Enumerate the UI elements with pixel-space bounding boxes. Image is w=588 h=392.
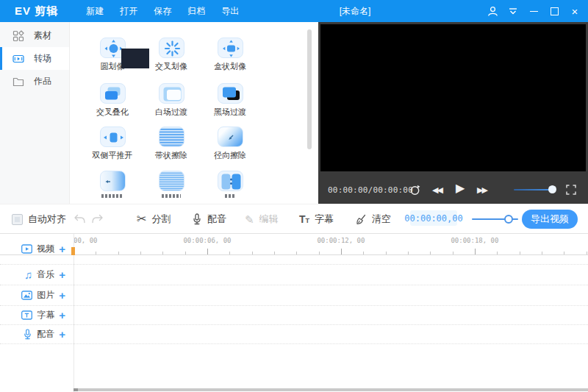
track-content[interactable] (74, 306, 588, 324)
track-label-cell: 字幕+ (0, 306, 74, 324)
dub-button[interactable]: 配音 (192, 204, 226, 234)
split-button[interactable]: ✂ 分割 (137, 204, 171, 234)
auto-align-checkbox[interactable] (12, 214, 23, 225)
track-content[interactable] (74, 325, 588, 343)
text-icon: TT (299, 213, 309, 225)
ruler-tick (185, 252, 186, 254)
subtitle-button[interactable]: TT 字幕 (299, 204, 334, 234)
maximize-icon[interactable] (548, 5, 560, 17)
transition-tile-split-open[interactable] (218, 171, 243, 191)
ruler-label: 00:00:06, 00 (183, 237, 231, 244)
titlebar: EV 剪辑 新建打开保存归档导出 [未命名] × (0, 0, 588, 22)
horizontal-scrollbar[interactable] (74, 388, 588, 391)
edit-button[interactable]: ✎ 编辑 (245, 204, 279, 234)
volume-knob[interactable] (548, 185, 556, 193)
clear-label: 清空 (372, 213, 391, 226)
ruler-tick (140, 252, 141, 254)
track-content[interactable] (74, 285, 588, 305)
minimize-icon[interactable] (528, 5, 539, 17)
transition-tile-box-wipe[interactable] (218, 38, 243, 58)
auto-align-toggle[interactable]: 自动对齐 (12, 204, 66, 234)
menu-item[interactable]: 归档 (187, 5, 205, 18)
menu-item[interactable]: 导出 (221, 5, 239, 18)
menu-item[interactable]: 新建 (86, 5, 104, 18)
transition-tile-band-wipe[interactable] (159, 126, 184, 147)
undo-button[interactable] (74, 204, 86, 234)
split-label: 分割 (151, 213, 171, 226)
preview-area: 00:00:00/00:00:00 ◀◀ ▶ ▶▶ (318, 22, 588, 204)
export-video-button[interactable]: 导出视频 (522, 210, 578, 229)
transition-tile-cross-wipe[interactable] (159, 38, 184, 58)
transition-tile-blinds[interactable] (159, 171, 184, 191)
track-column-divider (74, 234, 74, 392)
playhead[interactable] (71, 247, 75, 255)
transition-tile-radial-wipe[interactable] (218, 126, 243, 147)
transition-label: 双侧平推开 (93, 150, 133, 161)
track-content[interactable] (74, 265, 588, 285)
transition-icon (12, 53, 24, 65)
menu-item[interactable]: 打开 (120, 5, 137, 18)
ruler-tick (408, 252, 409, 254)
play-icon[interactable]: ▶ (456, 182, 465, 194)
ruler-tick (96, 252, 96, 254)
sidebar-item-label: 作品 (34, 75, 51, 88)
sidebar: 素材转场作品 (0, 22, 70, 204)
grid-icon (12, 30, 24, 42)
scissors-icon: ✂ (137, 213, 146, 225)
fast-forward-icon[interactable]: ▶▶ (477, 186, 487, 194)
add-subtitle-button[interactable]: + (59, 310, 65, 321)
menu-item[interactable]: 保存 (154, 5, 171, 18)
transition-tile-cross-dissolve[interactable] (100, 83, 126, 104)
transitions-panel: 圆划像交叉划像盒状划像交叉叠化白场过渡黑场过渡双侧平推开带状擦除径向擦除 (70, 22, 318, 204)
transitions-scrollbar[interactable] (307, 29, 312, 149)
ruler-tick (475, 249, 476, 254)
subtitle-icon (21, 310, 32, 321)
track-label-cell: 配音+ (0, 325, 74, 343)
track-row: 配音+ (0, 325, 588, 344)
transition-tile-white-fade[interactable] (159, 83, 184, 104)
document-title: [未命名] (340, 5, 371, 18)
ruler-tick (229, 252, 230, 254)
clear-button[interactable]: 清空 (355, 204, 391, 234)
add-picture-button[interactable]: + (59, 290, 65, 301)
redo-button[interactable] (91, 204, 104, 234)
clipped-transition-label (101, 194, 123, 198)
ruler-tick (363, 252, 364, 254)
subtitle-label: 字幕 (315, 213, 334, 226)
track-row: ♫音乐+ (0, 265, 588, 285)
ruler-tick (453, 252, 453, 254)
sidebar-item[interactable]: 作品 (0, 70, 69, 93)
transition-label: 交叉叠化 (96, 107, 129, 118)
add-music-button[interactable]: + (59, 269, 65, 280)
ruler-tick (252, 252, 253, 254)
ruler-tick (162, 252, 163, 254)
zoom-slider-knob[interactable] (504, 215, 513, 224)
timeline-ruler[interactable]: 00:00:00, 0000:00:06, 0000:00:12, 0000:0… (0, 234, 588, 255)
transition-tile-push-left[interactable] (100, 171, 126, 191)
close-icon[interactable]: × (569, 5, 581, 17)
sidebar-item[interactable]: 转场 (0, 47, 69, 70)
dropdown-icon[interactable] (507, 5, 519, 17)
edit-toolbar: 自动对齐 ✂ 分割 (0, 204, 588, 234)
transition-tile-push-open[interactable] (100, 126, 126, 147)
replay-icon[interactable] (409, 185, 420, 198)
dark-overlay (121, 49, 149, 68)
track-label: 字幕 (37, 309, 54, 321)
add-mic-button[interactable]: + (59, 329, 65, 340)
timecode-box[interactable]: 00:00:00,00 (410, 210, 457, 226)
folder-icon (12, 76, 24, 88)
sidebar-item-label: 素材 (34, 29, 51, 42)
transition-tile-black-fade[interactable] (218, 83, 243, 104)
horizontal-scrollbar-nub (74, 388, 78, 391)
ruler-tick (207, 249, 208, 254)
ruler-label: 00:00:00, 00 (74, 237, 98, 244)
sidebar-item[interactable]: 素材 (0, 24, 69, 47)
ruler-tick (274, 252, 275, 254)
ruler-tick (542, 252, 542, 254)
ruler-tick (520, 252, 520, 254)
rewind-icon[interactable]: ◀◀ (432, 186, 442, 194)
fullscreen-icon[interactable] (566, 185, 576, 198)
user-icon[interactable] (487, 5, 498, 17)
track-label-cell: ♫音乐+ (0, 265, 74, 285)
ruler-tick (564, 252, 564, 254)
